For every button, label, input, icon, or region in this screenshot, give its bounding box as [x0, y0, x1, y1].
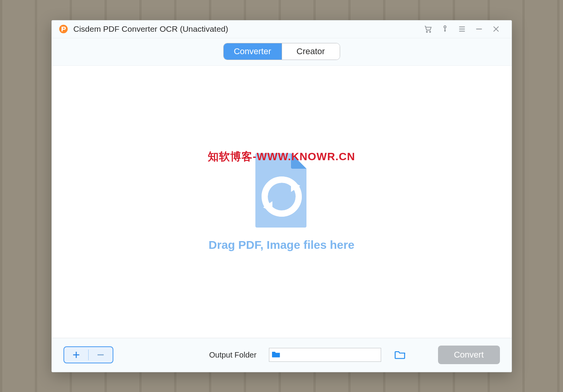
cart-icon[interactable] — [419, 20, 436, 38]
remove-file-button[interactable] — [89, 347, 113, 363]
drop-area[interactable]: Drag PDF, Image files here 知软博客-WWW.KNOW… — [52, 66, 512, 338]
separator — [88, 349, 89, 360]
key-icon[interactable] — [436, 20, 453, 38]
output-folder-label: Output Folder — [209, 351, 257, 359]
menu-icon[interactable] — [453, 20, 471, 38]
svg-point-1 — [63, 27, 65, 29]
app-logo-icon — [59, 24, 68, 34]
mode-tab-row: Converter Creator — [52, 38, 512, 66]
browse-folder-button[interactable] — [394, 348, 407, 361]
minimize-icon[interactable] — [471, 20, 488, 38]
convert-button[interactable]: Convert — [438, 346, 500, 364]
svg-point-3 — [430, 31, 431, 33]
add-file-button[interactable] — [64, 347, 88, 363]
window-title: Cisdem PDF Converter OCR (Unactivated) — [74, 24, 228, 34]
tab-creator[interactable]: Creator — [282, 43, 340, 60]
titlebar: Cisdem PDF Converter OCR (Unactivated) — [52, 21, 512, 38]
folder-icon — [272, 351, 281, 359]
mode-tabs: Converter Creator — [223, 43, 340, 60]
svg-point-2 — [426, 31, 427, 33]
output-folder-field[interactable] — [269, 348, 381, 362]
close-icon[interactable] — [488, 20, 505, 38]
add-remove-group — [63, 346, 113, 363]
output-folder-input[interactable] — [283, 351, 378, 358]
svg-point-4 — [444, 26, 446, 28]
app-window: Cisdem PDF Converter OCR (Unactivated) C… — [51, 20, 512, 372]
drop-hint-text: Drag PDF, Image files here — [209, 238, 354, 252]
tab-converter[interactable]: Converter — [224, 43, 282, 60]
watermark-text: 知软博客-WWW.KNOWR.CN — [208, 149, 355, 164]
bottom-bar: Output Folder Convert — [52, 338, 512, 372]
